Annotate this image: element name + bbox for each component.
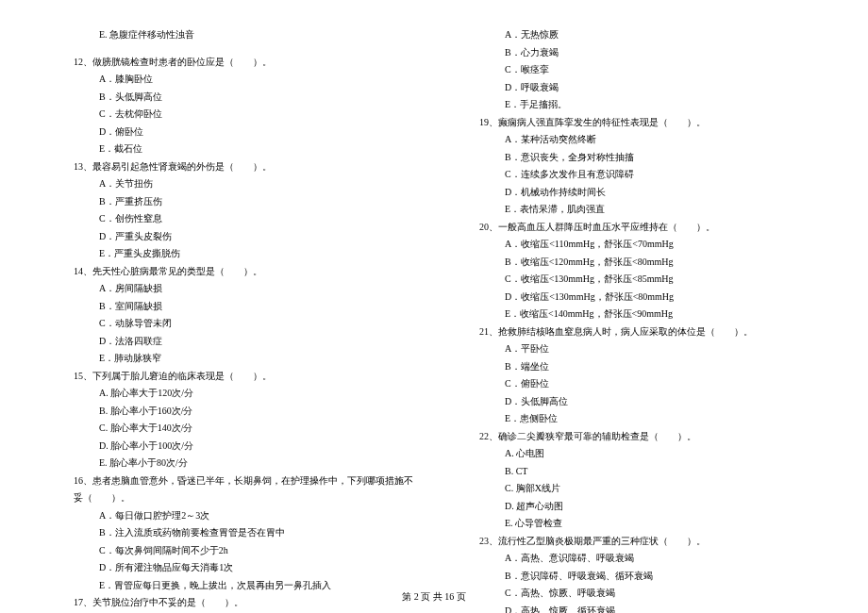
- question-option: C．去枕仰卧位: [47, 106, 415, 124]
- question-option: E．收缩压<140mmHg，舒张压<90mmHg: [453, 306, 821, 323]
- question-option: A．每日做口腔护理2～3次: [47, 507, 415, 525]
- question-stem: 19、癫痫病人强直阵挛发生的特征性表现是（ ）。: [453, 114, 821, 132]
- question-stem: 21、抢救肺结核咯血窒息病人时，病人应采取的体位是（ ）。: [453, 323, 821, 341]
- question-option: C．创伤性窒息: [47, 210, 415, 228]
- left-column: E. 急腹症伴移动性浊音 12、做膀胱镜检查时患者的卧位应是（ ）。A．膝胸卧位…: [47, 26, 415, 613]
- question-option: A．膝胸卧位: [47, 71, 415, 89]
- question-option: D．收缩压<130mmHg，舒张压<80mmHg: [453, 289, 821, 306]
- question-option: A．房间隔缺损: [47, 280, 415, 298]
- question-option: D．所有灌注物品应每天消毒1次: [47, 559, 415, 577]
- question-option: E．表情呆滞，肌肉强直: [453, 201, 821, 219]
- question-stem: 23、流行性乙型脑炎极期最严重的三种症状（ ）。: [453, 533, 821, 551]
- question-stem: 13、最容易引起急性肾衰竭的外伤是（ ）。: [47, 158, 415, 176]
- question-option: B．意识丧失，全身对称性抽搐: [453, 149, 821, 167]
- question-option: E. 心导管检查: [453, 515, 821, 533]
- question-stem: 16、患者患脑血管意外，昏迷已半年，长期鼻饲，在护理操作中，下列哪项措施不妥（ …: [47, 472, 415, 507]
- question-option: E．患侧卧位: [453, 410, 821, 428]
- question-option: B．端坐位: [453, 358, 821, 376]
- question-option: B. CT: [453, 463, 821, 481]
- question-option: E. 胎心率小于80次/分: [47, 455, 415, 472]
- question-option: C．收缩压<130mmHg，舒张压<85mmHg: [453, 271, 821, 289]
- question-option: A．平卧位: [453, 340, 821, 358]
- question-option: A．某种活动突然终断: [453, 131, 821, 149]
- question-option: D．俯卧位: [47, 124, 415, 141]
- question-option: C. 胎心率大于140次/分: [47, 420, 415, 438]
- question-stem: 22、确诊二尖瓣狭窄最可靠的辅助检查是（ ）。: [453, 428, 821, 446]
- question-option: C. 胸部X线片: [453, 480, 821, 498]
- question-option: D．机械动作持续时间长: [453, 184, 821, 202]
- question-option: A．关节扭伤: [47, 175, 415, 193]
- question-option: B. 胎心率小于160次/分: [47, 403, 415, 421]
- question-option: B．严重挤压伤: [47, 193, 415, 211]
- question-option: E．手足搐搦。: [453, 96, 821, 114]
- question-option: A. 胎心率大于120次/分: [47, 385, 415, 403]
- question-option: D. 胎心率小于100次/分: [47, 438, 415, 456]
- question-option: E．肺动脉狭窄: [47, 350, 415, 368]
- question-stem: 14、先天性心脏病最常见的类型是（ ）。: [47, 263, 415, 281]
- page-footer: 第 2 页 共 16 页: [0, 590, 868, 604]
- question-option: B．注入流质或药物前要检查胃管是否在胃中: [47, 524, 415, 542]
- question-option: D．头低脚高位: [453, 393, 821, 411]
- question-stem: 20、一般高血压人群降压时血压水平应维持在（ ）。: [453, 219, 821, 237]
- question-option: E．严重头皮撕脱伤: [47, 245, 415, 263]
- question-option: A．无热惊厥: [453, 26, 821, 44]
- question-option: C．俯卧位: [453, 375, 821, 393]
- question-option: A．高热、意识障碍、呼吸衰竭: [453, 550, 821, 568]
- question-option: A. 心电图: [453, 445, 821, 463]
- question-option: D. 超声心动图: [453, 498, 821, 516]
- question-option: C．每次鼻饲间隔时间不少于2h: [47, 542, 415, 560]
- page-content: E. 急腹症伴移动性浊音 12、做膀胱镜检查时患者的卧位应是（ ）。A．膝胸卧位…: [0, 0, 868, 613]
- orphan-option: E. 急腹症伴移动性浊音: [47, 26, 415, 44]
- question-option: E．截石位: [47, 141, 415, 158]
- question-option: B．意识障碍、呼吸衰竭、循环衰竭: [453, 568, 821, 586]
- question-option: A．收缩压<110mmHg，舒张压<70mmHg: [453, 236, 821, 254]
- question-option: B．头低脚高位: [47, 89, 415, 107]
- question-option: C．喉痉挛: [453, 61, 821, 79]
- question-option: D．呼吸衰竭: [453, 79, 821, 97]
- question-stem: 15、下列属于胎儿窘迫的临床表现是（ ）。: [47, 368, 415, 386]
- question-option: B．室间隔缺损: [47, 298, 415, 316]
- question-option: D．严重头皮裂伤: [47, 228, 415, 246]
- question-option: B．收缩压<120mmHg，舒张压<80mmHg: [453, 254, 821, 272]
- question-option: B．心力衰竭: [453, 44, 821, 62]
- right-column: A．无热惊厥B．心力衰竭C．喉痉挛D．呼吸衰竭E．手足搐搦。 19、癫痫病人强直…: [453, 26, 821, 613]
- question-option: C．连续多次发作且有意识障碍: [453, 166, 821, 184]
- question-option: D．高热、惊厥、循环衰竭: [453, 603, 821, 614]
- question-option: D．法洛四联症: [47, 333, 415, 351]
- question-option: C．动脉导管未闭: [47, 315, 415, 333]
- question-stem: 12、做膀胱镜检查时患者的卧位应是（ ）。: [47, 54, 415, 72]
